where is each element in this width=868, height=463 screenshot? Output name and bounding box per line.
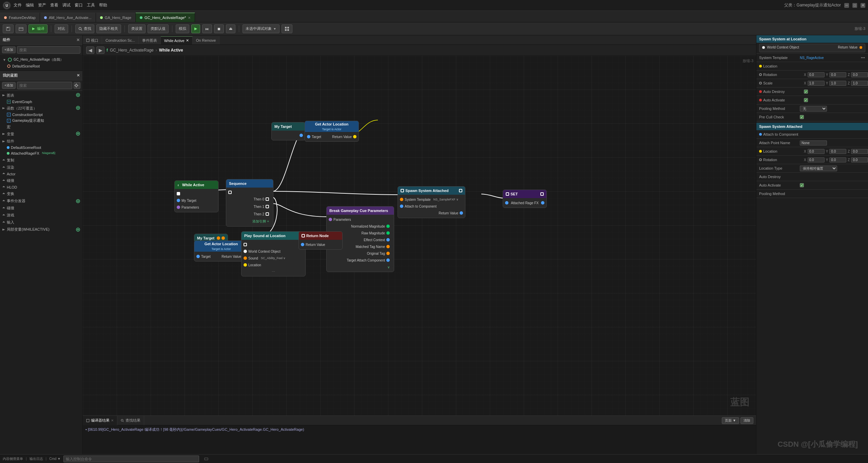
pin-rp-return-val[interactable] — [860, 46, 862, 49]
node-set[interactable]: SET Attached Rage FX — [503, 190, 547, 208]
pin-return-val[interactable] — [301, 243, 304, 246]
auto-activate2-checkbox[interactable]: ✓ — [800, 183, 804, 187]
loc2-x-input[interactable] — [808, 149, 825, 154]
cat-hlod[interactable]: HLOD — [0, 184, 82, 190]
location-type-select[interactable]: 保持相对偏置 — [800, 166, 837, 171]
attach-point-name-input[interactable] — [800, 140, 827, 146]
save-button[interactable] — [3, 24, 14, 33]
pin-exec-out[interactable] — [177, 192, 180, 195]
rot2-z-input[interactable] — [851, 157, 868, 162]
menu-edit[interactable]: 编辑 — [26, 2, 34, 8]
menu-view[interactable]: 查看 — [50, 2, 58, 8]
components-close-icon[interactable]: ✕ — [76, 38, 80, 42]
node-spawn-system[interactable]: Spawn System Attached System Template NS… — [398, 186, 465, 218]
status-content-drawer[interactable]: 内容侧滑菜单 — [3, 457, 23, 461]
status-output-log[interactable]: 输出日志 — [30, 457, 43, 461]
node-get-actor-loc-top[interactable]: Get Actor Location Target is Actor Targe… — [305, 121, 359, 142]
tab-close-icon[interactable]: ✕ — [188, 16, 191, 20]
pin-rp-world-ctx[interactable] — [762, 46, 765, 49]
tab-gc-hero-activate-rage[interactable]: GC_Hero_ActivateRage* ✕ — [136, 13, 195, 22]
pin-return-exec-in[interactable] — [302, 234, 305, 237]
pin-sys-template-in[interactable] — [400, 198, 403, 201]
maximize-button[interactable]: □ — [852, 3, 857, 8]
tab-on-remove[interactable]: On Remove — [193, 36, 220, 44]
rotation-x-input[interactable] — [808, 72, 825, 77]
tab-am-hero-axe[interactable]: AM_Hero_Axe_Activate... — [40, 13, 96, 22]
pin-target-in-mid[interactable] — [196, 255, 200, 258]
find-button[interactable]: 查找 — [75, 24, 94, 33]
tab-ga-hero-rage[interactable]: GA_Hero_Rage — [96, 13, 136, 22]
pin-set-in[interactable] — [505, 201, 508, 205]
pin-rp-location2[interactable] — [759, 150, 762, 153]
loc2-z-input[interactable] — [851, 149, 868, 154]
pin-raw-mag-out[interactable] — [386, 231, 390, 235]
class-defaults-button[interactable]: 类默认值 — [148, 24, 169, 33]
add-function-icon[interactable] — [76, 105, 80, 111]
tab-viewport[interactable]: 视口 — [83, 36, 102, 44]
menu-asset[interactable]: 资产 — [38, 2, 46, 8]
play-button[interactable]: ▶ — [191, 24, 200, 33]
pin-world-ctx[interactable] — [244, 250, 247, 253]
pin-rp-rotation2[interactable] — [759, 158, 762, 161]
node-my-target-top[interactable]: My Target — [271, 122, 305, 140]
close-button[interactable]: ✕ — [861, 3, 865, 8]
compile-button[interactable]: 编译 — [28, 24, 47, 33]
minimize-button[interactable]: ─ — [844, 3, 849, 8]
blueprint-close-icon[interactable]: ✕ — [77, 73, 80, 78]
pin-return-value-top[interactable] — [353, 135, 356, 138]
scale-x-input[interactable] — [808, 81, 825, 86]
breadcrumb-root[interactable]: GC_Hero_ActivateRage — [110, 48, 154, 53]
cat-transform[interactable]: 变换 — [0, 190, 82, 197]
pin-out-top[interactable] — [300, 134, 303, 137]
pin-target-in[interactable] — [307, 135, 310, 138]
simulate-button[interactable]: 模拟 — [176, 24, 189, 33]
pooling-method-select[interactable]: 无 — [800, 106, 827, 112]
add-component-button[interactable]: +添加 — [2, 46, 16, 53]
scale-z-input[interactable] — [851, 81, 868, 86]
tab-event-graph[interactable]: 事件图表 — [139, 36, 161, 44]
bp-construction-script[interactable]: f ConstructionScript — [0, 112, 82, 117]
menu-debug[interactable]: 调试 — [62, 2, 71, 8]
node-sequence[interactable]: Sequence Then 0 — [226, 179, 273, 227]
tab-compiler-results[interactable]: 编译器结果 ✕ — [83, 416, 117, 425]
pin-set-exec-out[interactable] — [540, 192, 544, 196]
bp-comp-default-scene-root[interactable]: DefaultSceneRoot — [0, 145, 82, 150]
cat-render[interactable]: 渲染 — [0, 164, 82, 171]
pin-my-target-mid-out[interactable] — [217, 236, 220, 240]
nav-back-button[interactable]: ◀ — [86, 46, 94, 54]
pin-attached-rage-fx[interactable] — [541, 201, 544, 205]
cat-copy[interactable]: 复制 — [0, 157, 82, 164]
add-variable-icon[interactable] — [76, 131, 80, 137]
pin-exec-in[interactable] — [228, 191, 232, 194]
pin-matched-tag-out[interactable] — [386, 245, 390, 248]
page-button[interactable]: 页面 ▼ — [722, 417, 739, 424]
components-search-input[interactable] — [17, 46, 80, 54]
menu-window[interactable]: 窗口 — [75, 2, 83, 8]
menu-file[interactable]: 文件 — [14, 2, 22, 8]
bp-graphs-header[interactable]: 图表 — [0, 92, 82, 99]
cat-local-vars[interactable]: 局部变量(WHILEACTIVE) — [0, 226, 82, 233]
pin-sound-asset[interactable] — [244, 256, 247, 260]
pre-cull-checkbox[interactable]: ✓ — [800, 115, 804, 119]
bp-functions-header[interactable]: 函数（22可覆盖） — [0, 104, 82, 112]
pin-break-expand[interactable]: ∨ — [385, 264, 392, 270]
add-graph-icon[interactable] — [76, 93, 80, 98]
rotation-z-input[interactable] — [851, 72, 868, 77]
auto-destroy-checkbox[interactable]: ✓ — [804, 90, 808, 94]
cat-collision2[interactable]: 碰撞 — [0, 205, 82, 212]
debug-target-select[interactable]: 未选中调试对象 — [243, 24, 279, 33]
nav-forward-button[interactable]: ▶ — [96, 46, 104, 54]
pin-then0-out[interactable] — [266, 197, 269, 201]
bp-event-graph[interactable]: EventGraph — [0, 99, 82, 104]
bp-gameplay-notification[interactable]: f Gameplay提示通知 — [0, 117, 82, 124]
pin-location[interactable] — [244, 263, 247, 267]
eject-button[interactable]: ⏏ — [226, 24, 235, 33]
pin-tac-out[interactable] — [386, 258, 390, 262]
browse-button[interactable] — [16, 24, 26, 33]
cat-collision[interactable]: 碰撞 — [0, 177, 82, 184]
blueprint-canvas[interactable]: f While Active My Target Parameters — [83, 56, 756, 416]
hide-unrelated-button[interactable]: 隐藏不相关 — [96, 24, 121, 33]
components-scene-root[interactable]: DefaultSceneRoot — [0, 63, 82, 69]
rotation-y-input[interactable] — [829, 72, 846, 77]
pin-params-in[interactable] — [329, 218, 332, 221]
